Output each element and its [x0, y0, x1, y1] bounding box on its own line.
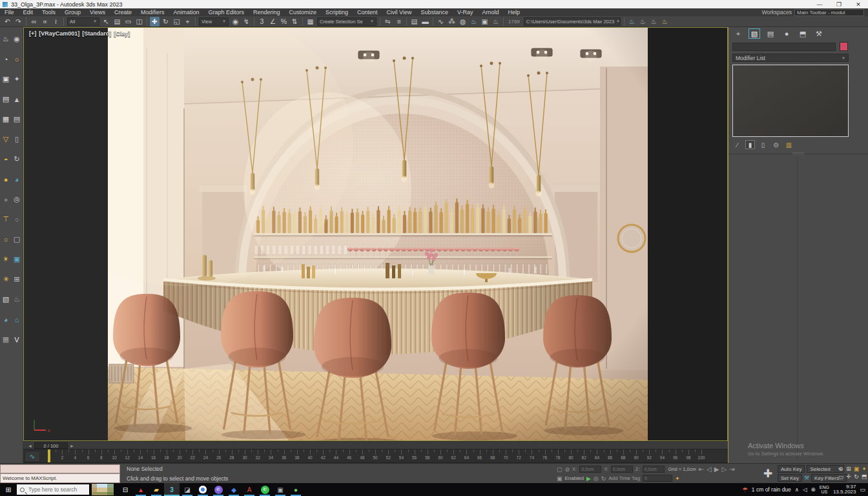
tab-create[interactable]: + [732, 28, 744, 39]
rotate-icon[interactable]: ↻ [161, 17, 170, 26]
pin-stack-icon[interactable]: ∕ [732, 140, 742, 149]
coord-field-y[interactable]: 0,0cm [611, 466, 633, 473]
curve-editor-icon[interactable]: ∿ [436, 17, 446, 26]
spot-light-icon[interactable]: ▽ [1, 129, 11, 149]
house-icon[interactable]: ⌂ [12, 309, 22, 329]
sphere-icon[interactable]: ◔ [1, 49, 11, 69]
controller-icon[interactable]: ▦ [1, 329, 11, 349]
redo-icon[interactable]: ↷ [14, 17, 23, 26]
task-view-button[interactable]: ⊟ [118, 483, 133, 496]
vray-frame-buffer-icon[interactable]: ♨ [660, 17, 670, 26]
schematic-view-icon[interactable]: ⁂ [447, 17, 457, 26]
selection-filter-dropdown[interactable]: All▼ [67, 17, 99, 26]
minimize-button[interactable]: — [810, 0, 829, 8]
pie-slice-icon[interactable]: ◕ [1, 309, 11, 329]
coord-field-z[interactable]: 0,0cm [643, 466, 665, 473]
select-object-icon[interactable]: ↖ [101, 17, 111, 26]
zoom-icon[interactable]: ⊕ [837, 465, 845, 473]
card-icon[interactable]: ▯ [12, 129, 22, 149]
menu-views[interactable]: Views [85, 8, 110, 16]
select-by-name-icon[interactable]: ▤ [112, 17, 122, 26]
menu-customize[interactable]: Customize [285, 8, 322, 16]
modifier-stack[interactable] [732, 65, 849, 137]
notification-center-icon[interactable]: ▭ [860, 486, 865, 493]
weather-icon[interactable]: ☂ [742, 486, 748, 493]
set-key-icon[interactable]: ⚒ [804, 475, 809, 481]
next-frame-arrow[interactable]: ► [68, 444, 76, 448]
menu-graph-editors[interactable]: Graph Editors [203, 8, 249, 16]
coord-field-x[interactable]: 0,0cm [579, 466, 601, 473]
next-frame-button[interactable]: ▷ [721, 466, 727, 473]
align-icon[interactable]: ≡ [394, 17, 404, 26]
object-color-swatch[interactable] [840, 42, 848, 51]
helper-star-icon[interactable]: ✦ [12, 69, 22, 89]
app-file-explorer[interactable]: ▰ [149, 483, 164, 496]
vray-rt-render-icon[interactable]: ♨ [638, 17, 648, 26]
select-place-icon[interactable]: ⌖ [183, 17, 192, 26]
disabled-light-icon[interactable]: ● [1, 189, 11, 209]
ceiling-light-icon[interactable]: ⊤ [1, 209, 11, 229]
uvw-box-icon[interactable]: ▧ [1, 289, 11, 309]
edit-named-selections-icon[interactable]: ▦ [305, 17, 315, 26]
eye-icon[interactable]: ◎ [12, 189, 22, 209]
menu-create[interactable]: Create [110, 8, 136, 16]
snap-toggle-icon[interactable]: 3 [257, 17, 267, 26]
menu-scripting[interactable]: Scripting [321, 8, 353, 16]
plus-square-icon[interactable]: ⊞ [12, 269, 22, 289]
frame-spinner[interactable]: 0 [643, 475, 672, 482]
menu-content[interactable]: Content [353, 8, 382, 16]
workspace-dropdown[interactable]: Main Toolbar - modul [794, 9, 864, 16]
zoom-all-icon[interactable]: ⊞ [845, 465, 852, 473]
viewport-menu-shading[interactable]: [Standard] [82, 30, 111, 37]
close-button[interactable]: ✕ [849, 0, 868, 8]
menu-rendering[interactable]: Rendering [249, 8, 285, 16]
time-slider[interactable]: ◄ 0 / 100 ► [23, 441, 728, 449]
named-selection-dropdown[interactable]: Create Selection Se▼ [317, 17, 377, 26]
start-button[interactable]: ⊞ [0, 483, 17, 496]
app-gray-cube[interactable]: ◪ [180, 483, 195, 496]
plus-button[interactable]: ✚ [761, 466, 775, 481]
bulb-light-icon[interactable]: ○ [1, 229, 11, 249]
clapper-icon[interactable]: ▦ [1, 109, 11, 129]
balloon-light-icon[interactable]: ○ [12, 49, 22, 69]
viewport[interactable]: [+] [VRayCam001] [Standard] [Clay] x [23, 27, 728, 441]
omni-light-icon[interactable]: ● [1, 169, 11, 189]
unlink-selection-icon[interactable]: ∝ [40, 17, 50, 26]
select-link-icon[interactable]: ∞ [29, 17, 39, 26]
ies-light-icon[interactable]: ✳ [1, 269, 11, 289]
square-icon[interactable]: ▢ [12, 229, 22, 249]
viewport-menu-style[interactable]: [Clay] [114, 30, 130, 37]
auto-key-button[interactable]: Auto Key [778, 465, 805, 473]
toggle-ribbon-icon[interactable]: ▬ [420, 17, 430, 26]
maximize-viewport-icon[interactable]: ⬒ [860, 473, 868, 480]
app-3dsmax[interactable]: 3 [164, 483, 180, 496]
taskbar-search[interactable] [17, 484, 89, 495]
go-to-start-button[interactable]: ⇤ [699, 466, 704, 473]
track-bar[interactable]: ∿ 02468101214161820222426283032343638404… [23, 449, 728, 463]
percent-snap-icon[interactable]: % [279, 17, 289, 26]
render-production-icon[interactable]: ♨ [491, 17, 501, 26]
teapot-icon[interactable]: ♨ [1, 29, 11, 49]
vray-last-render-icon[interactable]: ♨ [649, 17, 659, 26]
network-icon[interactable]: ⊕ [811, 486, 816, 493]
go-to-end-button[interactable]: ⇥ [729, 466, 734, 473]
teapot-outline-icon[interactable]: ♨ [12, 289, 22, 309]
show-end-result-icon[interactable]: ▮ [745, 140, 755, 149]
dome-light-icon[interactable]: ◓ [1, 149, 11, 169]
degradation-icon[interactable]: ▣ [557, 475, 563, 482]
maxscript-mini-listener[interactable]: Welcome to MAXScript. [0, 473, 120, 483]
menu-modifiers[interactable]: Modifiers [136, 8, 169, 16]
isolate-selection-icon[interactable]: ▢ [557, 466, 563, 473]
menu-substance[interactable]: Substance [416, 8, 453, 16]
rect-selection-icon[interactable]: ▭ [123, 17, 133, 26]
camera-gear-icon[interactable]: ◉ [12, 29, 22, 49]
vray-logo-icon[interactable]: V [12, 329, 22, 349]
news-widget-thumbnail[interactable] [92, 484, 114, 495]
remove-modifier-icon[interactable]: ⊝ [771, 140, 781, 149]
square-dot-icon[interactable]: ▣ [12, 249, 22, 269]
add-time-tag[interactable]: Add Time Tag [608, 475, 640, 481]
viewport-menu-camera[interactable]: [VRayCam001] [39, 30, 79, 37]
tab-motion[interactable]: ● [781, 28, 792, 39]
layers-icon[interactable]: ▤ [1, 89, 11, 109]
layer-explorer-icon[interactable]: ▤ [409, 17, 419, 26]
